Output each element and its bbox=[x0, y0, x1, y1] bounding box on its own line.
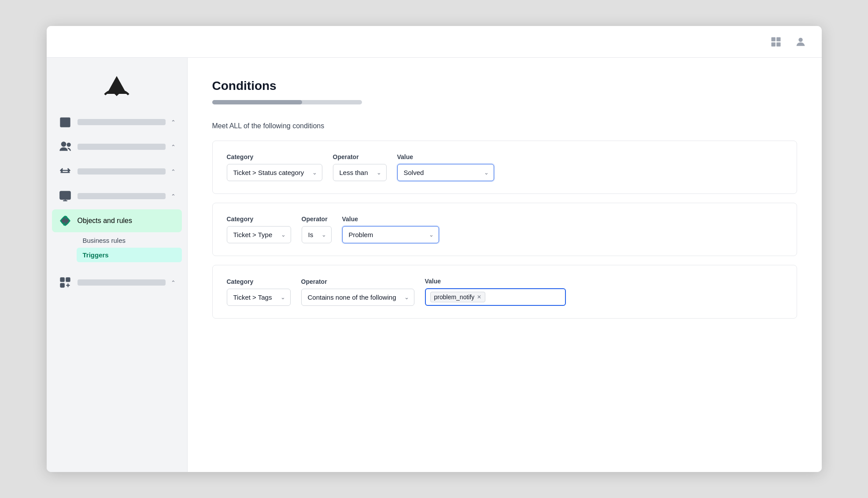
condition-1-operator-field: Operator Less than ⌄ bbox=[333, 153, 387, 181]
svg-rect-1 bbox=[776, 37, 780, 41]
condition-2-operator-select[interactable]: Is bbox=[302, 226, 332, 243]
condition-1-value-label: Value bbox=[397, 153, 494, 160]
condition-1-value-field: Value Solved ⌄ bbox=[397, 153, 494, 181]
tag-chip-problem-notify: problem_notify ✕ bbox=[430, 292, 486, 302]
condition-2-value-field: Value Problem ⌄ bbox=[342, 216, 439, 243]
condition-2-category-field: Category Ticket > Type ⌄ bbox=[227, 216, 291, 243]
condition-2-value-wrapper[interactable]: Problem ⌄ bbox=[342, 226, 439, 243]
condition-1-category-select[interactable]: Ticket > Status category bbox=[227, 164, 322, 181]
nav-label-workspace bbox=[78, 193, 166, 199]
condition-2-operator-field: Operator Is ⌄ bbox=[302, 216, 332, 243]
condition-3-category-field: Category Ticket > Tags ⌄ bbox=[227, 278, 291, 306]
grid-icon[interactable] bbox=[769, 35, 783, 49]
sub-nav: Business rules Triggers bbox=[52, 234, 182, 262]
condition-1-value-select[interactable]: Solved bbox=[397, 164, 494, 181]
condition-1-value-wrapper[interactable]: Solved ⌄ bbox=[397, 164, 494, 181]
tag-chip-remove[interactable]: ✕ bbox=[477, 294, 481, 300]
condition-3-tag-input-wrapper[interactable]: problem_notify ✕ bbox=[425, 288, 566, 306]
svg-rect-3 bbox=[776, 42, 780, 46]
sidebar-item-workspace[interactable]: ⌃ bbox=[52, 185, 182, 208]
svg-rect-21 bbox=[66, 278, 70, 282]
sidebar: ⌃ ⌃ bbox=[47, 58, 188, 472]
condition-row-3: Category Ticket > Tags ⌄ Operator Co bbox=[227, 278, 783, 306]
routing-icon bbox=[58, 164, 72, 178]
sidebar-item-apps[interactable]: ⌃ bbox=[52, 271, 182, 294]
condition-3-value-label: Value bbox=[425, 278, 566, 285]
nav-label-users bbox=[78, 144, 166, 150]
condition-2-operator-wrapper[interactable]: Is ⌄ bbox=[302, 226, 332, 243]
condition-1-category-field: Category Ticket > Status category ⌄ bbox=[227, 153, 322, 181]
page-title: Conditions bbox=[212, 79, 797, 93]
app-body: ⌃ ⌃ bbox=[47, 58, 822, 472]
chevron-apps: ⌃ bbox=[171, 279, 176, 286]
condition-card-2: Category Ticket > Type ⌄ Operator Is bbox=[212, 203, 797, 256]
users-icon bbox=[58, 140, 72, 154]
nav-label-apps bbox=[78, 279, 166, 286]
chevron-org: ⌃ bbox=[171, 119, 176, 126]
sidebar-nav: ⌃ ⌃ bbox=[47, 111, 187, 461]
svg-rect-22 bbox=[60, 283, 64, 287]
app-window: ⌃ ⌃ bbox=[47, 26, 822, 472]
sidebar-item-routing[interactable]: ⌃ bbox=[52, 160, 182, 183]
condition-3-operator-label: Operator bbox=[301, 278, 414, 285]
topbar bbox=[47, 26, 822, 58]
condition-2-value-label: Value bbox=[342, 216, 439, 223]
building-icon bbox=[58, 115, 72, 129]
sub-nav-triggers[interactable]: Triggers bbox=[77, 248, 182, 262]
condition-1-operator-wrapper[interactable]: Less than ⌄ bbox=[333, 164, 387, 181]
condition-2-category-wrapper[interactable]: Ticket > Type ⌄ bbox=[227, 226, 291, 243]
svg-point-4 bbox=[798, 37, 802, 41]
chevron-workspace: ⌃ bbox=[171, 193, 176, 200]
progress-bar bbox=[212, 100, 362, 104]
condition-1-operator-select[interactable]: Less than bbox=[333, 164, 387, 181]
monitor-icon bbox=[58, 189, 72, 203]
svg-rect-5 bbox=[60, 118, 70, 127]
condition-2-category-label: Category bbox=[227, 216, 291, 223]
svg-rect-16 bbox=[60, 192, 70, 200]
user-icon[interactable] bbox=[794, 35, 808, 49]
svg-rect-20 bbox=[60, 278, 64, 282]
sidebar-logo bbox=[47, 68, 187, 104]
svg-rect-2 bbox=[771, 42, 775, 46]
condition-2-value-select[interactable]: Problem bbox=[342, 226, 439, 243]
condition-3-operator-select[interactable]: Contains none of the following bbox=[301, 289, 414, 306]
condition-card-1: Category Ticket > Status category ⌄ Oper… bbox=[212, 141, 797, 194]
condition-1-category-label: Category bbox=[227, 153, 322, 160]
condition-3-operator-wrapper[interactable]: Contains none of the following ⌄ bbox=[301, 289, 414, 306]
sub-nav-business-rules: Business rules bbox=[77, 234, 182, 247]
condition-1-category-wrapper[interactable]: Ticket > Status category ⌄ bbox=[227, 164, 322, 181]
apps-icon bbox=[58, 275, 72, 290]
svg-point-12 bbox=[61, 142, 65, 146]
objects-nav-label: Objects and rules bbox=[78, 217, 133, 225]
tag-chip-label: problem_notify bbox=[434, 294, 475, 301]
progress-bar-fill bbox=[212, 100, 302, 104]
nav-label-org bbox=[78, 119, 166, 125]
condition-row-1: Category Ticket > Status category ⌄ Oper… bbox=[227, 153, 783, 181]
condition-1-operator-label: Operator bbox=[333, 153, 387, 160]
zendesk-logo-svg bbox=[101, 74, 133, 98]
chevron-routing: ⌃ bbox=[171, 168, 176, 175]
objects-icon bbox=[58, 214, 72, 228]
sidebar-item-org[interactable]: ⌃ bbox=[52, 111, 182, 134]
conditions-subtitle: Meet ALL of the following conditions bbox=[212, 122, 797, 130]
condition-3-category-label: Category bbox=[227, 278, 291, 285]
condition-card-3: Category Ticket > Tags ⌄ Operator Co bbox=[212, 265, 797, 319]
condition-3-value-field: Value problem_notify ✕ bbox=[425, 278, 566, 306]
main-content: Conditions Meet ALL of the following con… bbox=[188, 58, 822, 472]
nav-label-routing bbox=[78, 168, 166, 175]
condition-3-category-select[interactable]: Ticket > Tags bbox=[227, 289, 291, 306]
condition-3-category-wrapper[interactable]: Ticket > Tags ⌄ bbox=[227, 289, 291, 306]
sidebar-item-objects[interactable]: Objects and rules bbox=[52, 209, 182, 232]
svg-point-13 bbox=[67, 143, 70, 146]
chevron-users: ⌃ bbox=[171, 144, 176, 150]
condition-3-operator-field: Operator Contains none of the following … bbox=[301, 278, 414, 306]
sidebar-item-users[interactable]: ⌃ bbox=[52, 135, 182, 158]
condition-2-category-select[interactable]: Ticket > Type bbox=[227, 226, 291, 243]
svg-rect-0 bbox=[771, 37, 775, 41]
condition-row-2: Category Ticket > Type ⌄ Operator Is bbox=[227, 216, 783, 243]
condition-2-operator-label: Operator bbox=[302, 216, 332, 223]
